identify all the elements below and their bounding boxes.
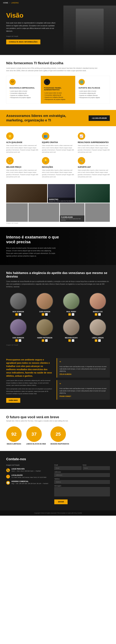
stat-circle-designs: 25 bbox=[50, 426, 66, 442]
team-gari-twitter-icon[interactable]: t bbox=[45, 313, 48, 316]
quote-text-1: Proin sed libero enim sed faucibus turpi… bbox=[60, 366, 107, 372]
team-sam-facebook-icon[interactable]: f bbox=[15, 339, 18, 342]
features-grid: ⭐ ALTA QUALIDADE Vitae suscipit tellus m… bbox=[6, 132, 110, 178]
team-harry-avatar bbox=[36, 319, 53, 336]
list-item: Lorem ipsum dolor sit amet bbox=[44, 92, 72, 94]
banner-phone-button[interactable]: +12-345-678-89189 bbox=[89, 115, 110, 121]
team-sam-twitter-icon[interactable]: t bbox=[19, 339, 21, 342]
photo-flexibility-title: FLEXIBILIDADE bbox=[61, 216, 83, 218]
team-meghan-facebook-icon[interactable]: f bbox=[68, 339, 71, 342]
team-meghan-twitter-icon[interactable]: t bbox=[72, 339, 74, 342]
quote-author-1: CÉLIA ALMEIDA bbox=[60, 374, 107, 375]
team-margo-facebook-icon[interactable]: f bbox=[95, 313, 97, 316]
feature-equipe-title: EQUIPE CRIATIVA bbox=[42, 141, 74, 144]
team-meghan: MEGHAN SCAVO f t bbox=[59, 319, 83, 342]
phone-label: Telefone bbox=[54, 478, 110, 480]
team-nick-twitter-icon[interactable]: t bbox=[19, 313, 21, 316]
saiba-mais-button[interactable]: SAIBA MAIS bbox=[6, 398, 20, 403]
team-paul-name: PAUL PERRY bbox=[59, 311, 83, 312]
list-item: Suporte em múltiplos idiomas bbox=[44, 96, 72, 98]
card-painel-list: Lorem ipsum dolor sit amet Consectetur a… bbox=[44, 92, 72, 100]
address-input[interactable] bbox=[54, 473, 110, 477]
hero-image bbox=[63, 6, 116, 55]
card-suporte-list: Lorem ipsum dolor sit amet Consectetur a… bbox=[79, 90, 106, 99]
contact-left: Imagem de Freepik 📞 LIGUE PARA NÓS 12a:2… bbox=[6, 464, 50, 504]
hero-title: Visão bbox=[6, 12, 63, 19]
feature-equipe: 👥 EQUIPE CRIATIVA Vitae suscipit tellus … bbox=[42, 132, 74, 153]
photo-box-flexibility: FLEXIBILIDADE Sample text. Click to sele… bbox=[60, 203, 85, 222]
stat-label-ideias: IDEIAS ILIMITADAS bbox=[6, 443, 22, 445]
team-sam-icons: f t bbox=[6, 339, 30, 342]
nav-home[interactable]: HOME bbox=[3, 2, 8, 4]
form-row-message: Mensagem bbox=[54, 485, 110, 497]
feature-suporte247-text: Vitae suscipit tellus mauris a diam maec… bbox=[78, 169, 110, 178]
quote-mark-2: " bbox=[60, 382, 107, 387]
team-paul-twitter-icon[interactable]: t bbox=[72, 313, 74, 316]
stat-label-blocos: LINDOS BLOCOS DE WEB bbox=[26, 443, 46, 445]
email-input[interactable] bbox=[54, 466, 81, 470]
team-sam-avatar bbox=[10, 319, 27, 336]
quote-author-2: FRANK KINNEY bbox=[60, 396, 107, 397]
team-margo-twitter-icon[interactable]: t bbox=[98, 313, 101, 316]
location-icon: 📍 bbox=[6, 475, 10, 478]
phone-input[interactable] bbox=[54, 480, 110, 484]
quote-text-2: Proin sed libero enim sed faucibus turpi… bbox=[60, 388, 107, 394]
habitamos-title: Nós habitamos a elegância do apetite das… bbox=[6, 271, 110, 278]
name-input[interactable] bbox=[83, 466, 110, 470]
contact-item-location: 📍 LOCALIZAÇÃO 111 Main Street, 2nd Avenu… bbox=[6, 474, 50, 478]
message-label: Mensagem bbox=[54, 485, 110, 487]
form-row-address: Addresses bbox=[54, 471, 110, 477]
team-harry: HARRY PATTERSON f t bbox=[33, 319, 57, 342]
stat-circle-blocos: 37 bbox=[26, 426, 42, 442]
team-paul-facebook-icon[interactable]: f bbox=[68, 313, 71, 316]
team-gari: GARI HUDSON f t bbox=[33, 293, 57, 316]
team-grid-row1: NICK DOWSON f t GARI HUDSON f t PAUL PER… bbox=[6, 293, 110, 316]
photo-overlay-marketing: MARKETING Sample text. Click to select t… bbox=[48, 198, 75, 202]
fornecemos-section: Nós fornecemos TI flexível Escolha Lorem… bbox=[0, 55, 116, 110]
contact-phone-info: LIGUE PARA NÓS 12a:2 — Sun: 12a:2, 545:5… bbox=[12, 468, 41, 472]
stat-blocos: 37 LINDOS BLOCOS DE WEB bbox=[26, 426, 46, 445]
footer-copy: Copyright ©2019 All rights reserved | Th… bbox=[2, 512, 114, 514]
list-item: Planejamento de projetos digitais bbox=[79, 96, 106, 99]
photo-box-team bbox=[6, 184, 47, 202]
photo-img-extra bbox=[85, 203, 110, 222]
team-nick-avatar bbox=[10, 293, 27, 310]
team-sam-name: SAM JOHNSON bbox=[6, 337, 30, 339]
team-gari-facebook-icon[interactable]: f bbox=[42, 313, 44, 316]
feature-resultados-text: Vitae suscipit tellus mauris a diam maec… bbox=[78, 144, 110, 153]
contact-hours-text: Seg — Sér: 18h:18h Sab: 14h:15h Dom: 8h:… bbox=[12, 482, 48, 485]
list-item: Planejamento de projetos digitais bbox=[44, 98, 72, 100]
hero-text: Duis aute irure dolor in reprehenderit i… bbox=[6, 22, 56, 32]
team-harry-twitter-icon[interactable]: t bbox=[45, 339, 48, 342]
futuro-section: O futuro que você verá em breve Sample t… bbox=[0, 409, 116, 451]
hero-content: Visão Duis aute irure dolor in reprehend… bbox=[6, 12, 63, 44]
quote-right: " Proin sed libero enim sed faucibus tur… bbox=[57, 358, 110, 403]
hero-cta-button[interactable]: CONSULTE MAIS INFORMAÇÕES bbox=[6, 40, 40, 44]
submit-button[interactable]: ENVIAR bbox=[54, 500, 68, 504]
hours-icon: 🕐 bbox=[6, 481, 10, 484]
message-textarea[interactable] bbox=[54, 487, 110, 496]
photo-marketing-title: MARKETING bbox=[49, 198, 74, 200]
photo-row-1: MARKETING Sample text. Click to select t… bbox=[6, 184, 110, 202]
stats-row: 92 IDEIAS ILIMITADAS 37 LINDOS BLOCOS DE… bbox=[6, 426, 110, 445]
photo-img-team bbox=[6, 184, 47, 202]
team-linda-twitter-icon[interactable]: t bbox=[98, 339, 101, 342]
contact-item-hours: 🕐 HORÁRIO COMERCIAL Seg — Sér: 18h:18h S… bbox=[6, 480, 50, 485]
team-meghan-avatar bbox=[63, 319, 80, 336]
team-linda-facebook-icon[interactable]: f bbox=[95, 339, 97, 342]
feature-inovacoes: 💡 INOVAÇÕES Vitae suscipit tellus mauris… bbox=[42, 157, 74, 178]
cards-row: 🛡 SEGURANÇA EMPRESARIAL Lorem ipsum dolo… bbox=[6, 76, 110, 104]
email-label: Email bbox=[54, 464, 81, 466]
team-harry-facebook-icon[interactable]: f bbox=[42, 339, 44, 342]
nav-current: LANDING bbox=[11, 2, 19, 4]
card-seguranca-list: Lorem ipsum dolor sit amet Consectetur a… bbox=[10, 90, 37, 99]
team-nick-icons: f t bbox=[6, 313, 30, 316]
photo-img-office bbox=[76, 184, 110, 202]
form-row-phone: Telefone bbox=[54, 478, 110, 484]
habitamos-text: Como resultado de nossa filosofia de que… bbox=[6, 280, 110, 288]
team-grid-row2: SAM JOHNSON f t HARRY PATTERSON f t MEGH… bbox=[6, 319, 110, 342]
team-nick-facebook-icon[interactable]: f bbox=[15, 313, 18, 316]
contact-layout: Imagem de Freepik 📞 LIGUE PARA NÓS 12a:2… bbox=[6, 464, 110, 504]
stat-designs: 25 DESIGNS RESPONSIVOS bbox=[50, 426, 69, 445]
team-harry-name: HARRY PATTERSON bbox=[33, 337, 57, 339]
